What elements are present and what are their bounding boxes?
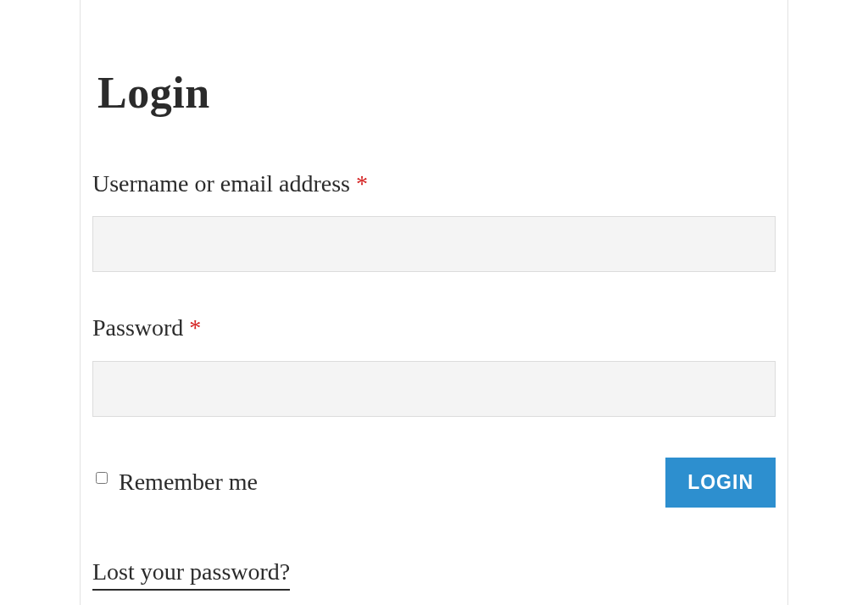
username-label-text: Username or email address [92,170,356,197]
remember-me-checkbox[interactable] [96,472,108,484]
remember-me-text: Remember me [119,469,258,496]
remember-submit-row: Remember me LOGIN [92,458,776,508]
username-field-block: Username or email address * [92,169,776,272]
login-button[interactable]: LOGIN [665,458,776,508]
password-label-text: Password [92,314,189,341]
page-title: Login [97,68,776,118]
password-label: Password * [92,313,776,343]
username-label: Username or email address * [92,169,776,199]
required-asterisk-icon: * [189,314,201,341]
username-input[interactable] [92,216,776,272]
required-asterisk-icon: * [356,170,368,197]
lost-password-link[interactable]: Lost your password? [92,558,290,591]
remember-me-label[interactable]: Remember me [92,469,258,496]
password-input[interactable] [92,361,776,417]
password-field-block: Password * [92,313,776,416]
login-panel: Login Username or email address * Passwo… [80,0,788,605]
